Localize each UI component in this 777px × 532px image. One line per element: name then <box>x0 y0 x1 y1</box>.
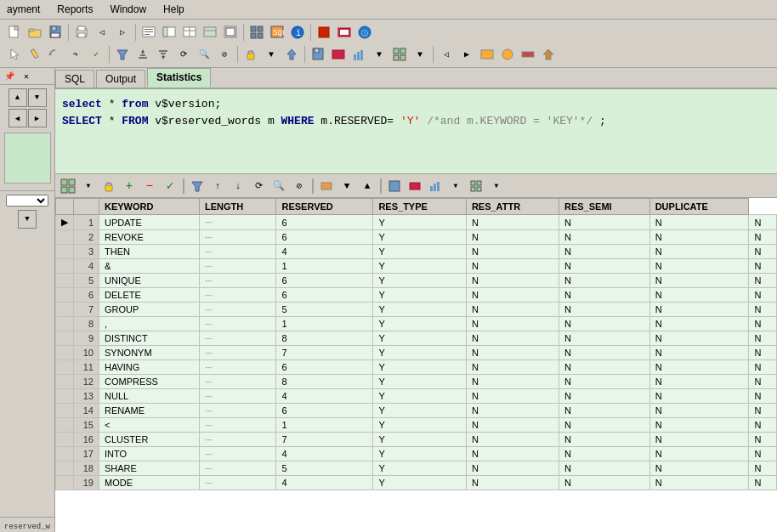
table-row[interactable]: 3 THEN ··· 4 Y N N N N <box>56 245 777 259</box>
zoom-dropdown[interactable] <box>6 195 48 207</box>
col-duplicate[interactable]: DUPLICATE <box>649 199 749 215</box>
tb2-clear-btn[interactable]: ⊘ <box>215 45 234 64</box>
dtb-sort-asc-btn[interactable]: ↑ <box>208 177 227 195</box>
menu-reports[interactable]: Reports <box>54 2 96 17</box>
tb-info-btn[interactable]: i <box>288 23 307 42</box>
tb2-export3-btn[interactable] <box>329 45 348 64</box>
table-row[interactable]: 16 CLUSTER ··· 7 Y N N N N <box>56 433 777 447</box>
tab-statistics[interactable]: Statistics <box>147 68 211 88</box>
table-row[interactable]: 5 UNIQUE ··· 6 Y N N N N <box>56 274 777 288</box>
table-row[interactable]: 2 REVOKE ··· 6 Y N N N N <box>56 230 777 245</box>
table-row[interactable]: ▶ 1 UPDATE ··· 6 Y N N N N <box>56 215 777 230</box>
tb-fmt5-btn[interactable] <box>221 23 240 42</box>
dtb-search-btn[interactable]: 🔍 <box>269 177 288 195</box>
tb-fmt1-btn[interactable] <box>139 23 158 42</box>
dtb-lock-btn[interactable] <box>99 177 118 195</box>
tb2-more6-btn[interactable] <box>539 45 558 64</box>
dtb-dropdown2-btn[interactable]: ▼ <box>446 177 465 195</box>
tb-open-btn[interactable] <box>26 23 44 42</box>
col-reserved[interactable]: RESERVED <box>276 199 373 215</box>
pin-btn[interactable]: 📌 <box>2 69 17 84</box>
nav-right-btn[interactable]: ▶ <box>28 109 47 127</box>
dtb-grid2-btn[interactable] <box>467 177 485 195</box>
menu-window[interactable]: Window <box>106 2 150 17</box>
tb2-lock-btn[interactable] <box>241 45 260 64</box>
tb2-dropdown2-btn[interactable]: ▼ <box>370 45 388 64</box>
tab-output[interactable]: Output <box>96 70 145 88</box>
sql-editor[interactable]: select * from v$version; SELECT * FROM v… <box>55 89 777 174</box>
table-row[interactable]: 10 SYNONYM ··· 7 Y N N N N <box>56 346 777 360</box>
col-length[interactable]: LENGTH <box>200 199 276 215</box>
tb2-more5-btn[interactable] <box>519 45 537 64</box>
tb2-filter-btn[interactable] <box>113 45 132 64</box>
table-row[interactable]: 8 , ··· 1 Y N N N N <box>56 317 777 331</box>
col-ressemi[interactable]: RES_SEMI <box>559 199 650 215</box>
tb2-save2-btn[interactable] <box>309 45 327 64</box>
tb2-sort-asc-btn[interactable] <box>133 45 152 64</box>
dtb-sub-btn[interactable]: − <box>140 177 159 195</box>
tb2-check-btn[interactable]: ✓ <box>87 45 105 64</box>
menu-help[interactable]: Help <box>160 2 188 17</box>
table-row[interactable]: 11 HAVING ··· 6 Y N N N N <box>56 360 777 375</box>
tb-print-btn[interactable] <box>72 23 91 42</box>
tb2-upload-btn[interactable] <box>282 45 301 64</box>
dtb-grid-btn[interactable] <box>59 177 77 195</box>
table-row[interactable]: 4 & ··· 1 Y N N N N <box>56 259 777 274</box>
dtb-filter2-btn[interactable]: ▼ <box>337 177 356 195</box>
close-panel-btn[interactable]: ✕ <box>19 69 34 84</box>
table-row[interactable]: 15 < ··· 1 Y N N N N <box>56 418 777 433</box>
dtb-sort-desc-btn[interactable]: ↓ <box>229 177 247 195</box>
tb2-undo-btn[interactable] <box>46 45 65 64</box>
tb2-more3-btn[interactable] <box>478 45 496 64</box>
dtb-dropdown3-btn[interactable]: ▼ <box>487 177 506 195</box>
sidebar-btn1[interactable]: ▼ <box>18 210 37 229</box>
dtb-export-btn[interactable] <box>406 177 424 195</box>
dtb-refresh-btn[interactable]: ⟳ <box>249 177 268 195</box>
tb-new-btn[interactable] <box>5 23 24 42</box>
tb2-cursor-btn[interactable] <box>5 45 24 64</box>
tb2-dropdown3-btn[interactable]: ▼ <box>411 45 429 64</box>
col-resattr[interactable]: RES_ATTR <box>466 199 559 215</box>
tb-fmt3-btn[interactable] <box>180 23 199 42</box>
dtb-clear-btn[interactable]: ⊘ <box>290 177 309 195</box>
col-keyword[interactable]: KEYWORD <box>99 199 200 215</box>
tb2-chart-btn[interactable] <box>349 45 368 64</box>
tb-export2-btn[interactable]: ⓘ <box>355 23 374 42</box>
nav-up-btn[interactable]: ▲ <box>9 88 27 107</box>
tb-fmt2-btn[interactable] <box>160 23 179 42</box>
tb-next-btn[interactable]: ▷ <box>113 23 132 42</box>
dtb-add-btn[interactable]: + <box>120 177 139 195</box>
table-row[interactable]: 18 SHARE ··· 5 Y N N N N <box>56 461 777 476</box>
table-row[interactable]: 17 INTO ··· 4 Y N N N N <box>56 447 777 461</box>
data-grid[interactable]: KEYWORD LENGTH RESERVED RES_TYPE RES_ATT… <box>55 198 777 532</box>
tb-save-btn[interactable] <box>46 23 65 42</box>
nav-down-btn[interactable]: ▼ <box>28 88 47 107</box>
tb2-more2-btn[interactable]: ▶ <box>457 45 476 64</box>
dtb-filter3-btn[interactable]: ▲ <box>358 177 377 195</box>
dtb-chart-btn[interactable] <box>426 177 445 195</box>
tb-fmt4-btn[interactable] <box>201 23 219 42</box>
dtb-filter-btn[interactable] <box>188 177 207 195</box>
tb-export1-btn[interactable] <box>335 23 354 42</box>
dtb-dropdown-btn[interactable]: ▼ <box>79 177 98 195</box>
table-row[interactable]: 13 NULL ··· 4 Y N N N N <box>56 389 777 404</box>
tb2-redo-btn[interactable]: ↷ <box>66 45 85 64</box>
tb2-pencil-btn[interactable] <box>26 45 44 64</box>
tb2-refresh-btn[interactable]: ⟳ <box>174 45 193 64</box>
dtb-import-btn[interactable] <box>317 177 336 195</box>
tab-sql[interactable]: SQL <box>55 70 94 88</box>
col-restype[interactable]: RES_TYPE <box>373 199 466 215</box>
dtb-save-btn[interactable] <box>385 177 404 195</box>
tb2-grid2-btn[interactable] <box>390 45 409 64</box>
tb2-search-btn[interactable]: 🔍 <box>195 45 213 64</box>
dtb-check-btn[interactable]: ✓ <box>161 177 179 195</box>
table-row[interactable]: 12 COMPRESS ··· 8 Y N N N N <box>56 375 777 389</box>
tb2-more1-btn[interactable]: ◁ <box>437 45 456 64</box>
table-row[interactable]: 14 RENAME ··· 6 Y N N N N <box>56 404 777 418</box>
menu-ayment[interactable]: ayment <box>3 2 43 17</box>
table-row[interactable]: 19 MODE ··· 4 Y N N N N <box>56 476 777 490</box>
table-row[interactable]: 7 GROUP ··· 5 Y N N N N <box>56 303 777 317</box>
tb2-dropdown-btn[interactable]: ▼ <box>262 45 281 64</box>
tb-prev-btn[interactable]: ◁ <box>93 23 111 42</box>
nav-left-btn[interactable]: ◀ <box>9 109 27 127</box>
